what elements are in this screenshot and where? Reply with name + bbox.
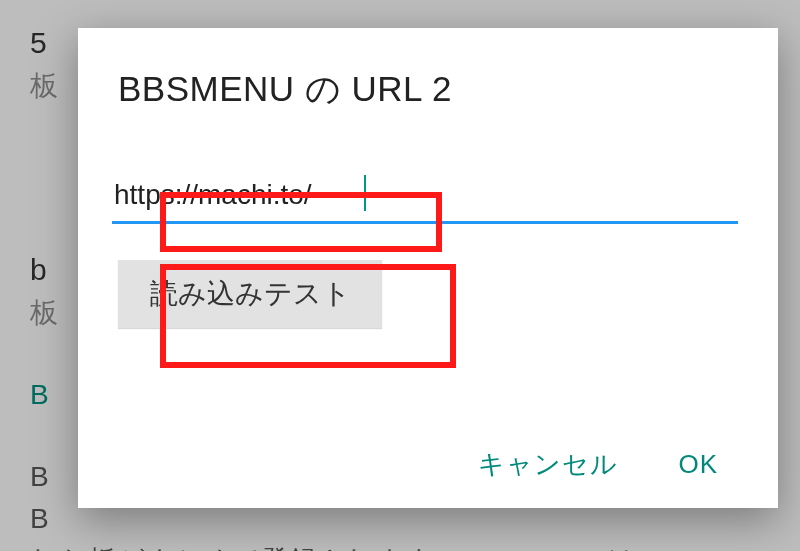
ok-button[interactable]: OK xyxy=(678,447,718,482)
load-test-button[interactable]: 読み込みテスト xyxy=(118,260,382,328)
cancel-button[interactable]: キャンセル xyxy=(478,447,618,482)
dialog-actions: キャンセル OK xyxy=(118,447,738,488)
text-cursor xyxy=(364,175,366,211)
url-input[interactable] xyxy=(112,175,738,224)
url-field-wrap xyxy=(112,175,738,224)
bbsmenu-url-dialog: BBSMENU の URL 2 読み込みテスト キャンセル OK xyxy=(78,28,778,508)
dialog-title: BBSMENU の URL 2 xyxy=(118,66,738,113)
